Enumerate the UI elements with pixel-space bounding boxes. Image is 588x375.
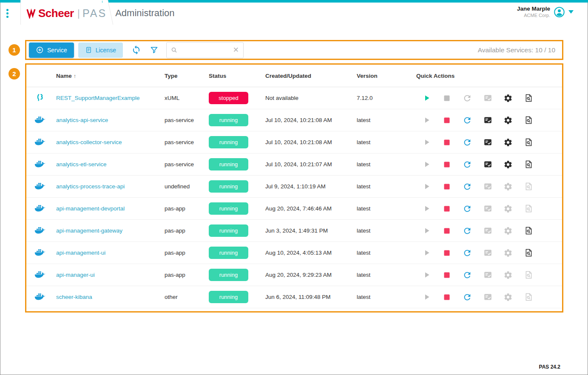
add-service-button[interactable]: Service	[29, 43, 74, 58]
service-settings-button[interactable]	[498, 87, 518, 109]
restart-service-button[interactable]	[457, 242, 477, 264]
table-row: api-management-devportal pas-app running…	[26, 198, 562, 220]
user-avatar-icon[interactable]	[554, 6, 565, 18]
header-name[interactable]: Name↑	[56, 73, 165, 79]
start-service-button[interactable]	[416, 109, 437, 131]
service-logs-button[interactable]	[477, 286, 498, 308]
service-log-analyzer-button[interactable]	[518, 176, 539, 198]
log-analyzer-icon	[524, 116, 533, 125]
header-status[interactable]: Status	[209, 73, 265, 79]
restart-service-button[interactable]	[457, 286, 477, 308]
start-service-button[interactable]	[416, 198, 437, 220]
service-settings-button[interactable]	[498, 242, 518, 264]
service-settings-button[interactable]	[498, 176, 518, 198]
restart-service-button[interactable]	[457, 220, 477, 242]
service-log-analyzer-button[interactable]	[518, 87, 539, 109]
user-menu: Jane Marple ACME Corp.	[517, 6, 574, 19]
service-settings-button[interactable]	[498, 131, 518, 153]
stop-service-button[interactable]	[437, 286, 457, 308]
table-row: api-manager-ui pas-app running Aug 20, 2…	[26, 264, 562, 286]
service-logs-button[interactable]	[477, 242, 498, 264]
service-name-link[interactable]: analytics-etl-service	[56, 161, 107, 168]
stop-service-button[interactable]	[437, 220, 457, 242]
service-log-analyzer-button[interactable]	[518, 264, 539, 286]
service-log-analyzer-button[interactable]	[518, 220, 539, 242]
start-service-button[interactable]	[416, 220, 437, 242]
header-version[interactable]: Version	[357, 73, 416, 79]
service-settings-button[interactable]	[498, 220, 518, 242]
service-type: other	[165, 294, 209, 300]
refresh-icon[interactable]	[131, 45, 141, 55]
stop-service-button[interactable]	[437, 176, 457, 198]
service-log-analyzer-button[interactable]	[518, 198, 539, 220]
restart-service-button[interactable]	[457, 198, 477, 220]
start-service-button[interactable]	[416, 87, 437, 109]
service-settings-button[interactable]	[498, 286, 518, 308]
clear-search-icon[interactable]: ✕	[233, 46, 239, 54]
restart-service-button[interactable]	[457, 176, 477, 198]
restart-icon	[463, 138, 472, 147]
restart-service-button[interactable]	[457, 109, 477, 131]
stop-service-button[interactable]	[437, 198, 457, 220]
search-input[interactable]	[181, 47, 230, 53]
service-settings-button[interactable]	[498, 198, 518, 220]
service-name-link[interactable]: analytics-api-service	[56, 117, 108, 123]
service-version: latest	[357, 205, 416, 212]
service-name-link[interactable]: analytics-process-trace-api	[56, 183, 125, 190]
service-settings-button[interactable]	[498, 109, 518, 131]
service-logs-button[interactable]	[477, 176, 498, 198]
service-log-analyzer-button[interactable]	[518, 286, 539, 308]
sort-ascending-icon[interactable]: ↑	[74, 73, 77, 79]
service-logs-button[interactable]	[477, 264, 498, 286]
service-name-link[interactable]: analytics-collector-service	[56, 139, 122, 145]
service-version: latest	[357, 117, 416, 123]
restart-service-button[interactable]	[457, 131, 477, 153]
service-logs-button[interactable]	[477, 109, 498, 131]
service-settings-button[interactable]	[498, 153, 518, 176]
license-icon	[85, 46, 92, 54]
service-log-analyzer-button[interactable]	[518, 109, 539, 131]
service-name-link[interactable]: api-manager-ui	[56, 272, 95, 278]
filter-icon[interactable]	[150, 45, 159, 54]
start-service-button[interactable]	[416, 176, 437, 198]
menu-kebab-icon[interactable]	[6, 9, 9, 18]
service-logs-button[interactable]	[477, 131, 498, 153]
start-service-button[interactable]	[416, 153, 437, 176]
log-analyzer-icon	[524, 248, 533, 257]
service-log-analyzer-button[interactable]	[518, 131, 539, 153]
service-name-link[interactable]: scheer-kibana	[56, 294, 92, 300]
stop-service-button[interactable]	[437, 87, 457, 109]
service-log-analyzer-button[interactable]	[518, 153, 539, 176]
start-service-button[interactable]	[416, 286, 437, 308]
play-icon	[422, 270, 431, 279]
service-name-link[interactable]: REST_SupportManagerExample	[56, 95, 140, 101]
stop-service-button[interactable]	[437, 264, 457, 286]
service-logs-button[interactable]	[477, 87, 498, 109]
gear-icon	[503, 204, 513, 213]
stop-service-button[interactable]	[437, 131, 457, 153]
service-version: latest	[357, 139, 416, 145]
license-button[interactable]: License	[78, 43, 123, 58]
stop-service-button[interactable]	[437, 109, 457, 131]
service-logs-button[interactable]	[477, 220, 498, 242]
service-logs-button[interactable]	[477, 198, 498, 220]
stop-service-button[interactable]	[437, 153, 457, 176]
service-settings-button[interactable]	[498, 264, 518, 286]
start-service-button[interactable]	[416, 242, 437, 264]
restart-service-button[interactable]	[457, 264, 477, 286]
restart-service-button[interactable]	[457, 87, 477, 109]
header-type[interactable]: Type	[165, 73, 209, 79]
table-row: analytics-etl-service pas-service runnin…	[26, 153, 562, 176]
created-updated: Jul 10, 2024, 10:21:08 AM	[265, 117, 357, 123]
chevron-down-icon[interactable]	[568, 10, 574, 14]
service-name-link[interactable]: api-management-gateway	[56, 227, 122, 234]
restart-service-button[interactable]	[457, 153, 477, 176]
start-service-button[interactable]	[416, 264, 437, 286]
stop-service-button[interactable]	[437, 242, 457, 264]
service-name-link[interactable]: api-management-devportal	[56, 205, 125, 212]
service-log-analyzer-button[interactable]	[518, 242, 539, 264]
service-logs-button[interactable]	[477, 153, 498, 176]
start-service-button[interactable]	[416, 131, 437, 153]
header-created-updated[interactable]: Created/Updated	[265, 73, 357, 79]
service-name-link[interactable]: api-management-ui	[56, 250, 105, 256]
